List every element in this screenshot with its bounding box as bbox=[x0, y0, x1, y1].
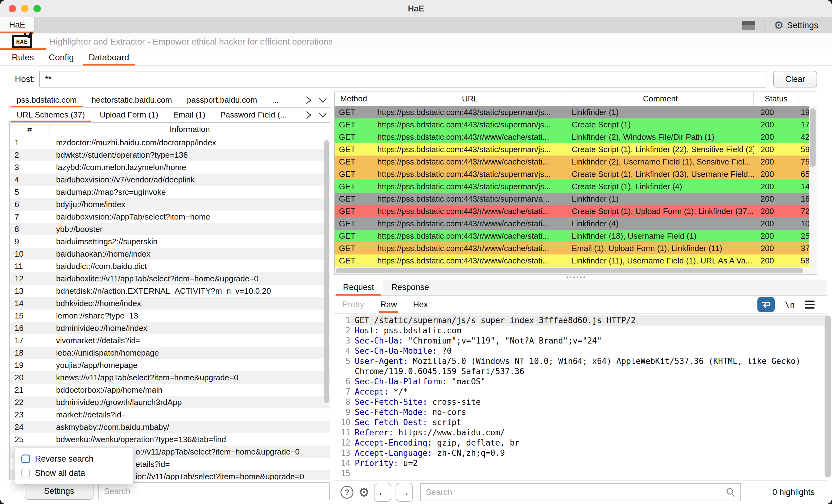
editor-menu-icon[interactable] bbox=[805, 301, 815, 309]
chevron-down-icon[interactable] bbox=[316, 93, 330, 107]
view-tab-0[interactable]: Pretty bbox=[334, 296, 372, 313]
table-row[interactable]: 21bddoctorbox://app/home/main bbox=[9, 384, 330, 396]
next-match-button[interactable]: → bbox=[396, 483, 413, 502]
flow-row[interactable]: GEThttps://pss.bdstatic.com:443/r/www/ca… bbox=[335, 254, 817, 267]
col-header-information[interactable]: Information bbox=[50, 124, 330, 134]
table-row[interactable]: 3lazybd://com.melon.lazymelon/home bbox=[9, 161, 330, 173]
show-all-data-option[interactable]: Show all data bbox=[21, 469, 127, 478]
flow-row[interactable]: GEThttps://pss.bdstatic.com:443/r/www/ca… bbox=[335, 217, 817, 230]
splitter-handle[interactable] bbox=[334, 275, 817, 279]
settings-button[interactable]: ⚙ Settings bbox=[774, 17, 818, 33]
nav-tab-1[interactable]: Config bbox=[42, 50, 81, 65]
flow-row[interactable]: GEThttps://pss.bdstatic.com:443/static/s… bbox=[335, 118, 817, 131]
col-header-method[interactable]: Method bbox=[335, 92, 373, 106]
table-row[interactable]: 10baiduhaokan://home/index bbox=[9, 248, 330, 260]
row-number: 21 bbox=[9, 385, 50, 395]
col-header-status[interactable]: Status bbox=[754, 92, 799, 106]
flow-row[interactable]: GEThttps://pss.bdstatic.com:443/r/www/ca… bbox=[335, 205, 817, 217]
flow-row[interactable]: GEThttps://pss.bdstatic.com:443/r/www/ca… bbox=[335, 230, 817, 242]
flow-table-hscrollbar[interactable] bbox=[335, 267, 817, 274]
table-row[interactable]: 4baiduboxvision://v7/vendor/ad/deeplink bbox=[9, 173, 330, 186]
col-header-length[interactable] bbox=[799, 92, 817, 106]
flow-row[interactable]: GEThttps://pss.bdstatic.com:443/static/s… bbox=[335, 168, 817, 180]
host-tab-2[interactable]: passport.baidu.com bbox=[180, 93, 265, 107]
table-row[interactable]: 11baidudict://com.baidu.dict bbox=[9, 260, 330, 272]
flow-row[interactable]: GEThttps://pss.bdstatic.com:443/static/s… bbox=[335, 106, 817, 118]
table-row[interactable]: 6bdyiju://home/index bbox=[9, 198, 330, 211]
table-row[interactable]: 2bdwkst://student/operation?type=136 bbox=[9, 149, 330, 161]
table-row[interactable]: 9baiduimsettings2://superskin bbox=[9, 235, 330, 248]
table-row[interactable]: 15lemon://share?type=13 bbox=[9, 309, 330, 322]
table-row[interactable]: 5baidumap://map?src=uginvoke bbox=[9, 186, 330, 198]
col-header-number[interactable]: # bbox=[9, 123, 50, 136]
table-row[interactable]: 20knews://v11/appTab/select?item=home&up… bbox=[9, 371, 330, 384]
request-editor[interactable]: 1GET /static/superman/js/s_super_index-3… bbox=[334, 314, 827, 480]
row-number: 3 bbox=[9, 163, 50, 172]
vscroll-thumb[interactable] bbox=[810, 108, 815, 167]
flow-table-vscrollbar[interactable] bbox=[809, 106, 817, 267]
chevron-right-icon[interactable] bbox=[302, 93, 316, 107]
table-row[interactable]: 17vivomarket://details?id= bbox=[9, 334, 330, 346]
table-row[interactable]: 8ybb://booster bbox=[9, 223, 330, 235]
request-line: 10Sec-Fetch-Dest: script bbox=[334, 417, 827, 428]
help-icon[interactable]: ? bbox=[340, 486, 354, 499]
host-tab-0[interactable]: pss.bdstatic.com bbox=[9, 93, 84, 107]
chevron-right-icon[interactable] bbox=[302, 108, 316, 122]
table-row[interactable]: 18ieba://unidispatch/homepage bbox=[9, 346, 330, 359]
prev-match-button[interactable]: ← bbox=[374, 483, 391, 502]
editor-scrollbar[interactable] bbox=[825, 315, 831, 477]
databoard-settings-button[interactable]: Settings bbox=[25, 482, 94, 500]
type-tab-2[interactable]: Email (1) bbox=[165, 108, 213, 122]
table-row[interactable]: 13bdnetdisk://n/action.EXTERNAL_ACTIVITY… bbox=[9, 285, 330, 297]
type-tab-0[interactable]: URL Schemes (37) bbox=[9, 108, 92, 122]
flow-row[interactable]: GEThttps://pss.bdstatic.com:443/r/www/ca… bbox=[335, 156, 817, 168]
editor-search-input[interactable] bbox=[421, 484, 740, 501]
flow-row[interactable]: GEThttps://pss.bdstatic.com:443/static/s… bbox=[335, 180, 817, 193]
nav-tab-2[interactable]: Databoard bbox=[81, 50, 137, 65]
table-row[interactable]: 7baiduboxvision://appTab/select?item=hom… bbox=[9, 211, 330, 223]
flow-row[interactable]: GEThttps://pss.bdstatic.com:443/static/s… bbox=[335, 193, 817, 205]
col-header-comment[interactable]: Comment bbox=[567, 92, 754, 106]
flow-row[interactable]: GEThttps://pss.bdstatic.com:443/r/www/ca… bbox=[335, 131, 817, 143]
host-tab-1[interactable]: hectorstatic.baidu.com bbox=[84, 93, 180, 107]
table-row[interactable]: 19youjia://app/homepage bbox=[9, 359, 330, 371]
host-tab-3[interactable]: ... bbox=[265, 93, 286, 107]
table-row[interactable]: 14bdhkvideo://home/index bbox=[9, 297, 330, 309]
chevron-down-icon[interactable] bbox=[316, 108, 330, 122]
show-newlines-icon[interactable]: \n bbox=[785, 300, 795, 309]
type-tab-3[interactable]: Password Field (... bbox=[213, 108, 294, 122]
table-row[interactable]: 22bdminivideo://growth/launch3rdApp bbox=[9, 396, 330, 409]
line-number: 1 bbox=[334, 315, 350, 326]
tab-hae[interactable]: HaE bbox=[0, 17, 35, 33]
editor-settings-gear-icon[interactable]: ⚙ bbox=[359, 486, 369, 499]
table-row[interactable]: 24askmybaby://com.baidu.mbaby/ bbox=[9, 421, 330, 433]
reverse-search-option[interactable]: Reverse search bbox=[21, 454, 127, 464]
left-table-scrollbar[interactable] bbox=[324, 140, 329, 403]
flow-row[interactable]: GEThttps://pss.bdstatic.com:443/r/www/ca… bbox=[335, 242, 817, 254]
table-row[interactable]: 25bdwenku://wenku/operation?type=136&tab… bbox=[9, 433, 330, 446]
clear-button[interactable]: Clear bbox=[773, 71, 817, 87]
show-all-data-checkbox[interactable] bbox=[21, 469, 30, 477]
cell-url: https://pss.bdstatic.com:443/r/www/cache… bbox=[373, 244, 567, 253]
view-tab-1[interactable]: Raw bbox=[372, 296, 405, 313]
table-row[interactable]: 16bdminivideo://home/index bbox=[9, 322, 330, 334]
type-tab-1[interactable]: Upload Form (1) bbox=[92, 108, 165, 122]
host-input[interactable] bbox=[39, 71, 766, 87]
left-search-input[interactable] bbox=[99, 482, 330, 500]
word-wrap-toggle-icon[interactable] bbox=[757, 297, 775, 312]
cell-method: GET bbox=[335, 120, 373, 130]
view-tab-2[interactable]: Hex bbox=[405, 296, 436, 313]
table-row[interactable]: 1mzdoctor://muzhi.baidu.com/doctorapp/in… bbox=[9, 136, 330, 149]
message-tab-1[interactable]: Response bbox=[383, 280, 438, 295]
cell-status: 200 bbox=[754, 108, 799, 117]
col-header-url[interactable]: URL bbox=[373, 92, 567, 106]
view-icons: \n bbox=[757, 297, 815, 312]
table-row[interactable]: 23market://details?id= bbox=[9, 409, 330, 421]
table-row[interactable]: 12baiduboxlite://v11/appTab/select?item=… bbox=[9, 272, 330, 285]
hscroll-thumb[interactable] bbox=[336, 268, 803, 273]
nav-tab-0[interactable]: Rules bbox=[4, 50, 42, 65]
message-tab-0[interactable]: Request bbox=[334, 280, 383, 295]
flow-row[interactable]: GEThttps://pss.bdstatic.com:443/static/s… bbox=[335, 143, 817, 156]
reverse-search-checkbox[interactable] bbox=[21, 454, 30, 463]
window-mode-icon[interactable] bbox=[742, 21, 755, 30]
